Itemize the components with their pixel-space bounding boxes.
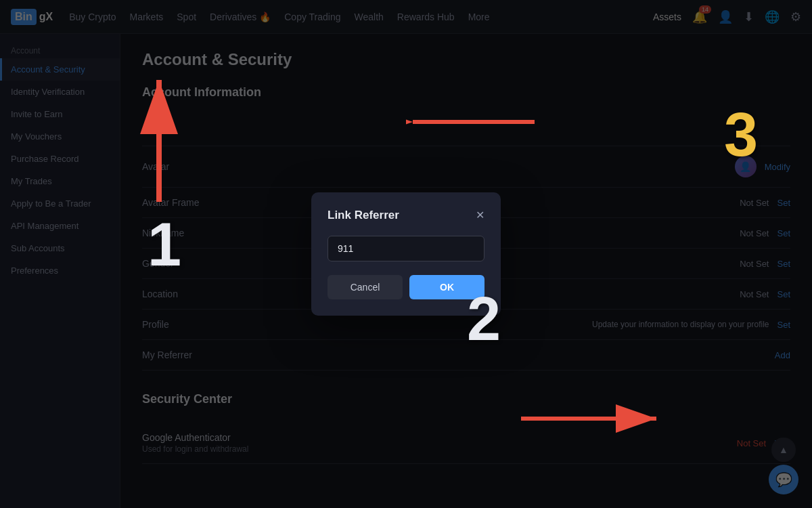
link-referrer-dialog: Link Referrer ✕ Cancel OK xyxy=(311,192,501,316)
cancel-button[interactable]: Cancel xyxy=(328,275,403,299)
dialog-overlay: Link Referrer ✕ Cancel OK xyxy=(0,0,812,508)
dialog-buttons: Cancel OK xyxy=(328,275,484,299)
dialog-title: Link Referrer xyxy=(328,209,399,222)
dialog-header: Link Referrer ✕ xyxy=(328,209,484,222)
ok-button[interactable]: OK xyxy=(409,275,484,299)
dialog-close-button[interactable]: ✕ xyxy=(476,210,484,221)
referrer-input[interactable] xyxy=(328,236,484,261)
